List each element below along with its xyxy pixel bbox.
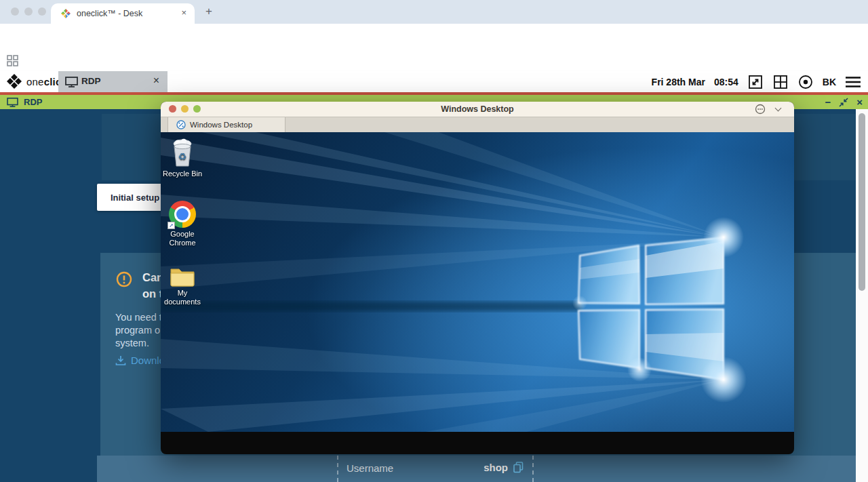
browser-toolbar: ← → ⟳ oneclick.services ☆ ⋮ — [0, 24, 868, 47]
credentials-row: Username shop — [97, 456, 856, 482]
recycle-bin-icon: ♻ — [161, 138, 204, 167]
session-label-group: RDP — [7, 95, 42, 109]
browser-tab-title: oneclick™ - Desk — [77, 9, 142, 18]
page-scrollbar-thumb[interactable] — [859, 113, 865, 291]
vm-tab-windows-desktop[interactable]: Windows Desktop — [167, 117, 285, 133]
page-scrollbar-track[interactable] — [856, 109, 868, 482]
vm-tab-label: Windows Desktop — [190, 121, 252, 129]
vm-title-bar[interactable]: Windows Desktop — [161, 102, 794, 117]
download-link-label[interactable]: Downlo — [131, 355, 165, 366]
shortcut-arrow-badge: ➚ — [167, 222, 175, 229]
windows-desktop: ♻ Recycle Bin ➚ Google Chrome My docume — [161, 132, 794, 432]
new-tab-button[interactable]: + — [202, 5, 216, 18]
vm-tab-icon — [176, 120, 186, 129]
app-header: oneclick™ RDP × Fri 28th Mar 08:54 BK — [0, 71, 868, 92]
session-collapse-icon[interactable] — [839, 98, 848, 107]
vm-window[interactable]: Windows Desktop Windows Desktop — [161, 102, 794, 454]
header-date: Fri 28th Mar — [652, 77, 705, 87]
page-top-area — [0, 47, 868, 71]
desktop-icon-recycle-bin[interactable]: ♻ Recycle Bin — [161, 138, 204, 178]
oneclick-favicon — [60, 8, 71, 19]
vm-window-title: Windows Desktop — [161, 104, 794, 114]
tab-close-icon[interactable]: × — [181, 7, 186, 18]
vm-tab-strip: Windows Desktop — [161, 117, 794, 132]
desktop-icon-label: Recycle Bin — [161, 169, 204, 178]
monitor-icon — [7, 98, 18, 107]
oneclick-logo-icon — [5, 73, 23, 90]
browser-tab-strip: oneclick™ - Desk × + — [0, 0, 868, 24]
folder-icon — [161, 260, 204, 287]
credentials-cell: Username shop — [337, 456, 534, 482]
notice-body-line1: You need t — [115, 312, 162, 323]
desktop-icon-google-chrome[interactable]: ➚ Google Chrome — [161, 198, 204, 247]
app-tab-label: RDP — [81, 76, 101, 86]
user-initials-badge[interactable]: BK — [823, 77, 836, 87]
session-controls: − × — [825, 95, 863, 109]
monitor-icon — [65, 77, 78, 87]
notice-body-line3: system. — [115, 338, 149, 348]
username-label: Username — [347, 462, 393, 474]
app-tab-close-icon[interactable]: × — [153, 75, 159, 87]
header-time: 08:54 — [714, 77, 738, 87]
mac-minimize-button[interactable] — [24, 7, 33, 16]
header-right-cluster: Fri 28th Mar 08:54 BK — [652, 71, 861, 92]
hamburger-menu-icon[interactable] — [845, 76, 861, 88]
mac-zoom-button[interactable] — [38, 7, 46, 16]
desktop-icon-label: My documents — [161, 289, 204, 306]
desktop-icon-my-documents[interactable]: My documents — [161, 260, 204, 306]
record-icon[interactable] — [797, 74, 814, 90]
fullscreen-icon[interactable] — [747, 74, 764, 90]
copy-icon[interactable] — [513, 462, 524, 473]
svg-text:♻: ♻ — [178, 151, 187, 162]
session-minimize-icon[interactable]: − — [825, 97, 831, 107]
username-value-group: shop — [484, 462, 524, 473]
notice-body-line2: program o — [115, 325, 160, 336]
layout-grid-icon[interactable] — [772, 74, 789, 90]
apps-grid-icon[interactable] — [7, 55, 18, 66]
download-link-row[interactable]: Downlo — [115, 355, 165, 366]
session-label: RDP — [24, 97, 42, 107]
download-link-icon — [115, 355, 126, 366]
warning-icon — [116, 271, 132, 287]
app-tab-rdp[interactable]: RDP × — [58, 71, 167, 92]
vm-more-options-icon[interactable] — [755, 104, 766, 115]
chrome-icon: ➚ — [161, 198, 204, 228]
windows-wallpaper — [161, 132, 794, 432]
mac-close-button[interactable] — [11, 7, 19, 16]
username-value: shop — [484, 462, 508, 473]
browser-tab[interactable]: oneclick™ - Desk × — [51, 3, 195, 24]
desktop-icon-label: Google Chrome — [161, 230, 204, 247]
session-close-icon[interactable]: × — [856, 97, 863, 107]
